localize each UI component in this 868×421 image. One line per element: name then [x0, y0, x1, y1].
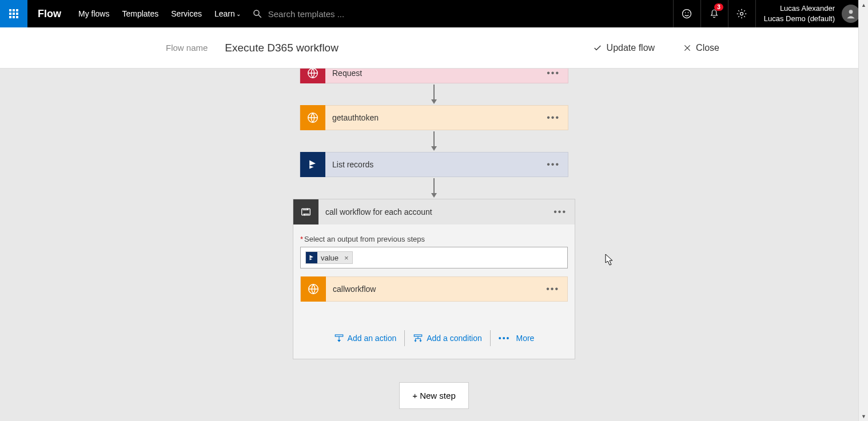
- step-request[interactable]: Request •••: [300, 69, 568, 83]
- search-wrap: [252, 9, 440, 19]
- more-dots-icon: •••: [499, 334, 511, 343]
- output-input[interactable]: value ×: [300, 247, 568, 268]
- foreach-title: call workflow for each account: [318, 207, 554, 216]
- new-step-button[interactable]: + New step: [399, 382, 468, 409]
- svg-marker-12: [431, 146, 437, 151]
- svg-marker-25: [414, 340, 417, 342]
- globe-icon: [306, 69, 319, 79]
- dynamics-token-icon: [306, 252, 317, 263]
- svg-marker-26: [419, 340, 422, 342]
- svg-point-0: [254, 10, 259, 15]
- step-getauthtoken[interactable]: getauthtoken •••: [300, 105, 568, 130]
- close-button[interactable]: Close: [683, 43, 719, 53]
- user-text: Lucas Alexander Lucas Demo (default): [764, 3, 835, 24]
- dynamics-icon: [300, 152, 325, 177]
- globe-icon: [307, 283, 320, 295]
- token-value: value ×: [305, 251, 353, 264]
- more-button[interactable]: ••• More: [494, 331, 539, 345]
- step-request-title: Request: [325, 69, 547, 78]
- repeat-icon: [300, 206, 312, 218]
- more-label: More: [516, 334, 534, 343]
- step-callworkflow-title: callworkflow: [326, 284, 546, 294]
- flow-name-value[interactable]: Execute D365 workflow: [225, 42, 339, 54]
- add-condition-label: Add a condition: [427, 334, 482, 343]
- svg-rect-20: [414, 335, 422, 336]
- dynamics-logo-icon: [307, 159, 318, 170]
- scroll-up[interactable]: ▲: [859, 0, 868, 10]
- foreach-container: call workflow for each account ••• *Sele…: [293, 199, 575, 359]
- top-nav: Flow My flows Templates Services Learn⌄ …: [0, 0, 868, 27]
- svg-point-5: [740, 13, 743, 15]
- loop-icon: [293, 199, 318, 224]
- http-icon: [301, 276, 326, 302]
- arrow-connector: [431, 177, 437, 199]
- nav-learn[interactable]: Learn⌄: [214, 9, 241, 18]
- add-condition-icon: [413, 333, 423, 343]
- flow-name-label: Flow name: [166, 43, 208, 53]
- step-list-records-more[interactable]: •••: [547, 159, 568, 170]
- svg-point-3: [685, 13, 686, 14]
- step-callworkflow[interactable]: callworkflow •••: [300, 276, 568, 302]
- tenant-name: Lucas Demo (default): [764, 14, 835, 24]
- nav-links: My flows Templates Services Learn⌄: [73, 9, 241, 18]
- svg-point-2: [683, 10, 691, 18]
- step-getauthtoken-more[interactable]: •••: [547, 113, 568, 123]
- update-flow-button[interactable]: Update flow: [593, 43, 655, 53]
- gear-icon: [736, 8, 747, 19]
- nav-my-flows[interactable]: My flows: [78, 9, 109, 18]
- add-action-button[interactable]: Add an action: [329, 331, 401, 346]
- svg-point-4: [688, 13, 689, 14]
- foreach-body: *Select an output from previous steps va…: [293, 224, 575, 359]
- separator: [490, 330, 491, 346]
- step-list-records-title: List records: [325, 160, 547, 169]
- flow-column: Request ••• getauthtoken ••• List record…: [297, 69, 571, 409]
- waffle-icon: [9, 9, 18, 18]
- vertical-scrollbar[interactable]: ▲ ▼: [858, 0, 868, 421]
- check-icon: [593, 43, 602, 53]
- notification-badge: 3: [714, 3, 723, 11]
- step-list-records[interactable]: List records •••: [300, 152, 568, 177]
- subheader: Flow name Execute D365 workflow Update f…: [0, 27, 868, 69]
- flow-canvas[interactable]: Request ••• getauthtoken ••• List record…: [0, 69, 868, 421]
- subheader-actions: Update flow Close: [593, 43, 851, 53]
- smiley-icon: [681, 8, 692, 19]
- step-callworkflow-more[interactable]: •••: [546, 284, 567, 294]
- search-icon: [252, 9, 262, 19]
- update-flow-label: Update flow: [607, 43, 655, 53]
- foreach-more[interactable]: •••: [554, 207, 575, 217]
- svg-point-6: [849, 10, 853, 14]
- add-action-icon: [334, 333, 344, 343]
- settings-button[interactable]: [728, 0, 755, 27]
- step-request-more[interactable]: •••: [547, 69, 568, 78]
- svg-marker-14: [431, 193, 437, 198]
- scroll-down[interactable]: ▼: [859, 411, 868, 421]
- svg-rect-17: [335, 335, 343, 336]
- step-getauthtoken-title: getauthtoken: [325, 113, 547, 122]
- nav-services[interactable]: Services: [171, 9, 202, 18]
- http-icon: [300, 105, 325, 130]
- token-remove[interactable]: ×: [341, 254, 352, 262]
- close-label: Close: [696, 43, 719, 53]
- output-label-text: Select an output from previous steps: [304, 235, 425, 243]
- token-label: value: [321, 254, 341, 262]
- arrow-connector: [431, 130, 437, 152]
- svg-line-1: [258, 15, 261, 18]
- svg-marker-19: [337, 340, 341, 342]
- close-icon: [683, 44, 691, 52]
- add-condition-button[interactable]: Add a condition: [408, 331, 487, 346]
- globe-icon: [306, 111, 319, 124]
- notifications-button[interactable]: 3: [700, 0, 728, 27]
- nav-learn-label: Learn: [214, 9, 235, 18]
- add-action-label: Add an action: [348, 334, 397, 343]
- separator: [404, 330, 405, 346]
- brand-label[interactable]: Flow: [27, 8, 73, 20]
- foreach-header[interactable]: call workflow for each account •••: [293, 199, 575, 224]
- search-input[interactable]: [268, 9, 440, 19]
- app-launcher[interactable]: [0, 0, 27, 27]
- arrow-connector: [431, 83, 437, 105]
- nav-templates[interactable]: Templates: [122, 9, 158, 18]
- output-label: *Select an output from previous steps: [300, 235, 568, 243]
- feedback-button[interactable]: [673, 0, 700, 27]
- user-menu[interactable]: Lucas Alexander Lucas Demo (default): [755, 0, 868, 27]
- avatar: [842, 5, 860, 23]
